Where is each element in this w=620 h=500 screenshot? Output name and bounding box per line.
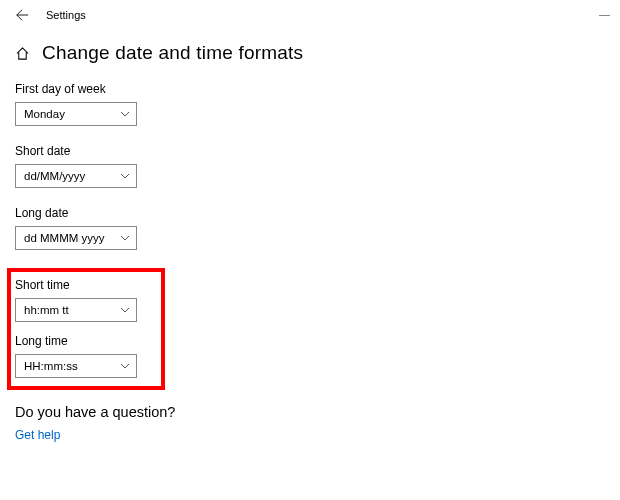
highlight-annotation: Short time hh:mm tt Long time HH:mm:ss [7, 268, 165, 390]
question-heading: Do you have a question? [15, 404, 620, 420]
short-date-label: Short date [15, 144, 620, 158]
home-icon[interactable] [14, 45, 30, 61]
field-first-day: First day of week Monday [15, 82, 620, 126]
minimize-icon [599, 10, 610, 21]
first-day-value: Monday [24, 108, 65, 120]
long-time-dropdown[interactable]: HH:mm:ss [15, 354, 137, 378]
chevron-down-icon [120, 235, 130, 241]
first-day-dropdown[interactable]: Monday [15, 102, 137, 126]
field-long-date: Long date dd MMMM yyyy [15, 206, 620, 250]
long-time-label: Long time [15, 334, 153, 348]
chevron-down-icon [120, 111, 130, 117]
short-time-label: Short time [15, 278, 153, 292]
get-help-link[interactable]: Get help [15, 428, 620, 442]
chevron-down-icon [120, 363, 130, 369]
long-date-label: Long date [15, 206, 620, 220]
field-short-time: Short time hh:mm tt [15, 278, 153, 322]
first-day-label: First day of week [15, 82, 620, 96]
app-title: Settings [46, 9, 86, 21]
home-icon-svg [15, 46, 30, 61]
short-time-dropdown[interactable]: hh:mm tt [15, 298, 137, 322]
minimize-button[interactable] [599, 8, 610, 24]
long-date-dropdown[interactable]: dd MMMM yyyy [15, 226, 137, 250]
page-title: Change date and time formats [42, 42, 303, 64]
field-long-time: Long time HH:mm:ss [15, 334, 153, 378]
page-header: Change date and time formats [14, 42, 620, 64]
titlebar: Settings [0, 0, 620, 30]
short-date-value: dd/MM/yyyy [24, 170, 85, 182]
form-area: First day of week Monday Short date dd/M… [0, 82, 620, 442]
arrow-left-icon [15, 8, 29, 22]
back-button[interactable] [8, 1, 36, 29]
short-date-dropdown[interactable]: dd/MM/yyyy [15, 164, 137, 188]
field-short-date: Short date dd/MM/yyyy [15, 144, 620, 188]
chevron-down-icon [120, 173, 130, 179]
long-time-value: HH:mm:ss [24, 360, 78, 372]
long-date-value: dd MMMM yyyy [24, 232, 105, 244]
short-time-value: hh:mm tt [24, 304, 69, 316]
chevron-down-icon [120, 307, 130, 313]
